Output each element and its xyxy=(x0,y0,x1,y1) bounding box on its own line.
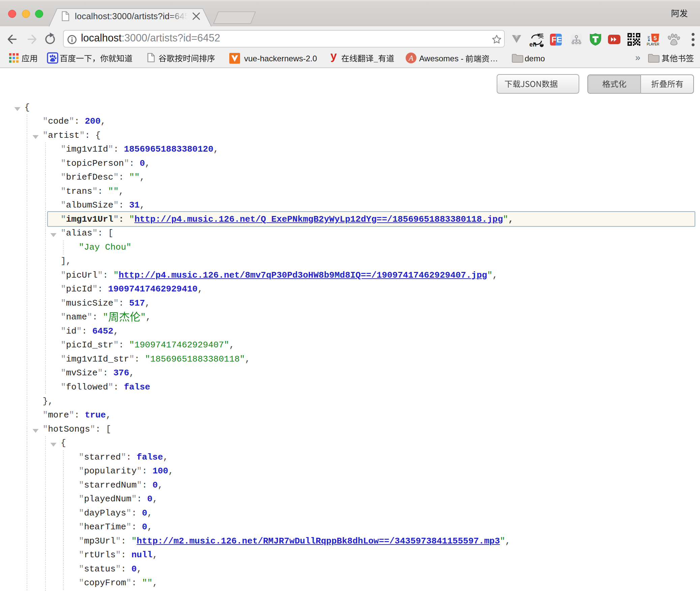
svg-text:5: 5 xyxy=(653,35,657,41)
svg-text:E: E xyxy=(557,35,562,44)
svg-text:PLAYER: PLAYER xyxy=(647,42,659,46)
svg-text:A: A xyxy=(408,54,414,62)
svg-text:F: F xyxy=(552,35,557,44)
svg-text:en: en xyxy=(529,41,536,48)
